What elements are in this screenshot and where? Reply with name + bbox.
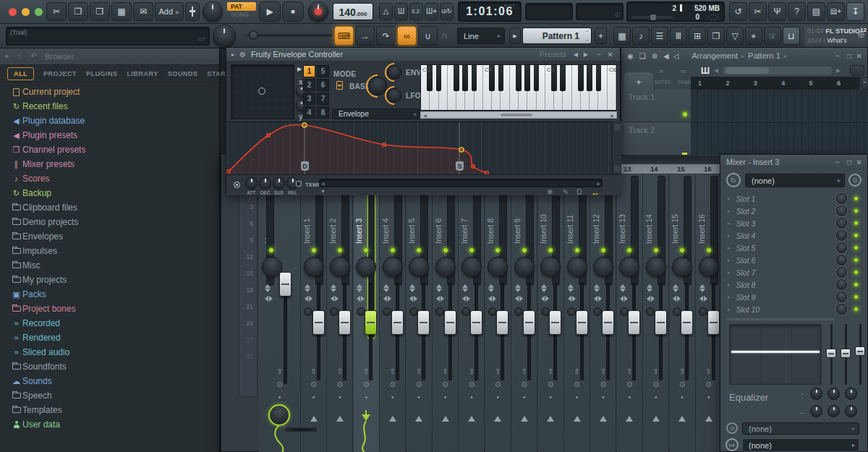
channel-fader[interactable] <box>279 272 292 297</box>
channel-updown-arrows[interactable] <box>488 284 494 292</box>
playlist-record-icon[interactable]: ◉ <box>627 52 634 60</box>
browser-up-icon[interactable]: ↑ <box>17 51 22 60</box>
piano-black-key[interactable] <box>587 65 592 91</box>
channel-route-arrow[interactable] <box>521 416 528 422</box>
articulator-slot-7[interactable]: 7 <box>317 93 329 105</box>
editor-scroll-down[interactable] <box>614 166 621 172</box>
channel-mute-button[interactable] <box>620 307 629 316</box>
articulator-slot-3[interactable]: 3 <box>303 93 315 105</box>
slot-arrow-icon[interactable]: ▸ <box>728 221 731 226</box>
slot-mix-knob[interactable] <box>836 205 847 216</box>
channel-fader[interactable] <box>576 310 588 335</box>
fx-slot-3[interactable]: ▸Slot 3 <box>720 217 867 229</box>
mode-icon[interactable] <box>336 81 343 90</box>
channel-record-dot[interactable]: • <box>602 394 605 401</box>
picker-label-notes[interactable]: NOTES <box>655 80 671 85</box>
playlist-grid[interactable] <box>691 90 868 156</box>
channel-record-dot[interactable]: • <box>549 394 552 401</box>
envelope-close-icon[interactable]: ✕ <box>608 51 613 59</box>
channel-leftright-arrows[interactable] <box>383 296 391 302</box>
channel-rack-button[interactable]: ☰ <box>651 27 668 45</box>
channel-route-arrow[interactable] <box>336 416 344 422</box>
fx-slot-1[interactable]: ▸Slot 1 <box>720 192 867 205</box>
channel-clock-icon[interactable]: ⊙ <box>521 381 527 388</box>
channel-clock-icon[interactable]: ⊙ <box>389 381 395 388</box>
mixer-channel-insert-1[interactable]: Insert 1⇧⊙• <box>301 174 327 452</box>
preset-prev-icon[interactable]: ◀ <box>574 51 578 58</box>
channel-fader[interactable] <box>523 310 535 335</box>
channel-route-arrow[interactable] <box>600 416 607 422</box>
channel-mute-button[interactable] <box>330 307 339 316</box>
channel-stereo-icon[interactable]: ⇧ <box>310 368 316 375</box>
eq-band3-fader[interactable] <box>855 346 865 356</box>
channel-route-arrow[interactable] <box>310 416 318 422</box>
channel-leftright-arrows[interactable] <box>541 296 549 302</box>
snap-menu[interactable]: Line ▸ <box>457 27 505 44</box>
channel-clock-icon[interactable]: ⊙ <box>495 381 501 388</box>
fx-output-icon[interactable]: ↦ <box>726 438 739 451</box>
browser-item[interactable]: Misc <box>0 258 219 273</box>
channel-pan-knob[interactable] <box>461 257 482 277</box>
channel-stereo-icon[interactable]: ⇧ <box>276 368 282 375</box>
channel-mute-button[interactable] <box>699 307 707 316</box>
slot-arrow-icon[interactable]: ▸ <box>728 270 731 276</box>
adsr-mode-radio[interactable] <box>234 182 240 188</box>
channel-leftright-arrows[interactable] <box>673 296 681 302</box>
articulator-slot-5[interactable]: 5 <box>317 65 329 77</box>
track-header[interactable]: Track 2 <box>624 123 691 155</box>
playlist-button[interactable]: ▦ <box>613 27 631 45</box>
mixer-channel-insert-11[interactable]: Insert 11⇧⊙• <box>564 174 590 452</box>
channel-mute-button[interactable] <box>567 307 576 316</box>
slot-enable-led[interactable] <box>854 233 859 238</box>
picker-pat-icon[interactable]: Ш <box>701 66 710 76</box>
channel-pan-knob[interactable] <box>435 257 456 277</box>
channel-leftright-arrows[interactable] <box>620 296 628 302</box>
save-button[interactable]: ▤ <box>807 2 825 21</box>
fx-input-select[interactable]: (none) ▸ <box>745 174 845 187</box>
channel-stereo-icon[interactable]: ⇧ <box>416 368 422 375</box>
channel-clock-icon[interactable]: ⊙ <box>574 381 579 388</box>
pad-menu-icon[interactable]: ▶ <box>297 66 302 72</box>
channel-stereo-icon[interactable]: ⇧ <box>626 368 632 375</box>
channel-updown-arrows[interactable] <box>265 284 271 292</box>
channel-mute-button[interactable] <box>383 307 391 316</box>
envelope-marker-s[interactable]: S <box>456 161 464 171</box>
browser-item[interactable]: ∥Mixer presets <box>0 157 219 171</box>
window-minimize-button[interactable] <box>22 8 30 16</box>
mixer-channel-insert-14[interactable]: Insert 14⇧⊙• <box>643 174 669 452</box>
song-mode-label[interactable]: SONG <box>227 11 256 18</box>
piano-black-key[interactable] <box>436 65 442 91</box>
dec-knob[interactable] <box>259 177 271 189</box>
metronome-button[interactable]: △ <box>379 3 393 20</box>
piano-black-key[interactable] <box>498 65 504 91</box>
channel-record-dot[interactable]: • <box>417 394 420 401</box>
browser-item[interactable]: ≈Sliced audio <box>0 345 219 359</box>
browser-item[interactable]: ◀Plugin presets <box>0 128 219 142</box>
channel-fader[interactable] <box>312 310 325 335</box>
browser-item[interactable]: Soundfonts <box>0 359 219 374</box>
channel-route-arrow[interactable] <box>678 416 686 422</box>
timeline-collapse-button[interactable]: ⌃ <box>861 77 868 90</box>
channel-route-arrow[interactable] <box>574 416 581 422</box>
channel-pan-knob[interactable] <box>672 257 692 277</box>
window-close-button[interactable] <box>9 8 17 16</box>
hint-button[interactable]: ✉ <box>133 2 153 21</box>
slot-mix-knob[interactable] <box>836 279 847 290</box>
channel-stereo-icon[interactable]: ⇧ <box>574 368 579 375</box>
fx-slot-2[interactable]: ▸Slot 2 <box>720 205 867 217</box>
channel-led[interactable] <box>390 247 396 253</box>
envelope-minimize-icon[interactable]: − <box>597 51 601 59</box>
channel-mute-button[interactable] <box>461 307 470 316</box>
mixer-channel-insert-4[interactable]: Insert 4⇧⊙• <box>380 174 406 452</box>
channel-record-dot[interactable]: • <box>523 394 526 401</box>
channel-pan-knob[interactable] <box>646 257 666 277</box>
paste-button[interactable]: ❒ <box>90 2 110 21</box>
editor-scroll-up[interactable] <box>614 124 621 130</box>
channel-stereo-icon[interactable]: ⇧ <box>548 368 553 375</box>
cpu-meter-track[interactable] <box>631 16 673 19</box>
eq-knob-2[interactable] <box>827 388 840 400</box>
fx-clock-button[interactable]: ⊙ <box>848 174 861 187</box>
channel-route-arrow[interactable] <box>389 416 396 422</box>
piano-scroll-right[interactable]: ▶ <box>610 113 614 118</box>
playlist-add-tab[interactable]: + <box>624 72 653 91</box>
